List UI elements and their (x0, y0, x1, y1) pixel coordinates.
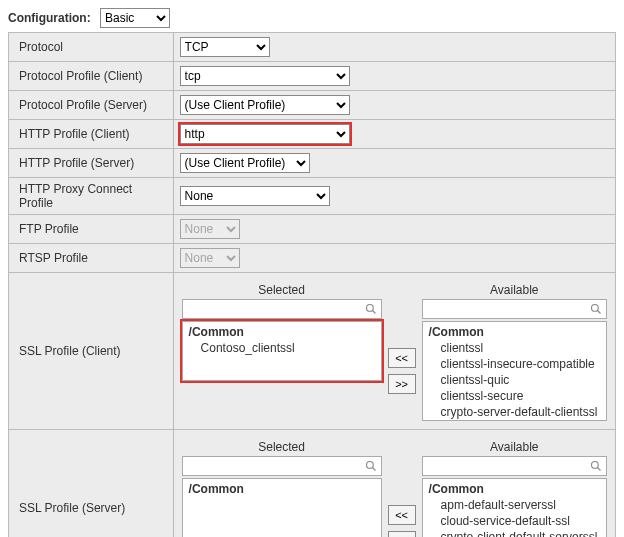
move-left-button[interactable]: << (388, 505, 416, 525)
list-group: /Common (423, 481, 606, 497)
ssl-client-available-list[interactable]: /Common clientssl clientssl-insecure-com… (422, 321, 607, 421)
svg-point-2 (592, 305, 599, 312)
protocol-profile-server-label: Protocol Profile (Server) (9, 91, 174, 120)
ssl-server-available-search[interactable] (427, 458, 590, 474)
protocol-label: Protocol (9, 33, 174, 62)
list-item[interactable]: apm-default-serverssl (423, 497, 606, 513)
list-item[interactable]: crypto-server-default-clientssl (423, 404, 606, 420)
http-profile-server-label: HTTP Profile (Server) (9, 149, 174, 178)
available-title: Available (422, 438, 607, 456)
move-right-button[interactable]: >> (388, 374, 416, 394)
ftp-profile-select: None (180, 219, 240, 239)
list-group: /Common (183, 481, 381, 497)
available-title: Available (422, 281, 607, 299)
move-left-button[interactable]: << (388, 348, 416, 368)
list-item[interactable]: clientssl-secure (423, 388, 606, 404)
rtsp-profile-select: None (180, 248, 240, 268)
http-profile-server-select[interactable]: (Use Client Profile) (180, 153, 310, 173)
search-icon (590, 460, 602, 472)
ssl-profile-server-label: SSL Profile (Server) (9, 430, 174, 538)
svg-line-1 (372, 311, 375, 314)
protocol-profile-client-label: Protocol Profile (Client) (9, 62, 174, 91)
list-item[interactable]: clientssl-insecure-compatible (423, 356, 606, 372)
svg-point-4 (366, 462, 373, 469)
ssl-client-selected-list[interactable]: /Common Contoso_clientssl (182, 321, 382, 381)
protocol-select[interactable]: TCP (180, 37, 270, 57)
protocol-profile-client-select[interactable]: tcp (180, 66, 350, 86)
svg-point-6 (592, 462, 599, 469)
selected-title: Selected (182, 438, 382, 456)
list-item[interactable]: Contoso_clientssl (183, 340, 381, 356)
selected-title: Selected (182, 281, 382, 299)
search-icon (365, 303, 377, 315)
ssl-server-selected-search[interactable] (187, 458, 365, 474)
list-group: /Common (423, 324, 606, 340)
list-group: /Common (183, 324, 381, 340)
http-profile-client-select[interactable]: http (180, 124, 350, 144)
configuration-label: Configuration: (8, 11, 91, 25)
protocol-profile-server-select[interactable]: (Use Client Profile) (180, 95, 350, 115)
svg-line-3 (598, 311, 601, 314)
list-item[interactable]: cloud-service-default-ssl (423, 513, 606, 529)
ssl-client-available-search[interactable] (427, 301, 590, 317)
list-item[interactable]: clientssl (423, 340, 606, 356)
svg-point-0 (366, 305, 373, 312)
configuration-select[interactable]: Basic (100, 8, 170, 28)
ssl-server-selected-list[interactable]: /Common (182, 478, 382, 537)
search-icon (365, 460, 377, 472)
list-item[interactable]: splitsession-default-clientssl (423, 420, 606, 421)
ssl-client-selected-search[interactable] (187, 301, 365, 317)
move-right-button[interactable]: >> (388, 531, 416, 537)
http-profile-client-label: HTTP Profile (Client) (9, 120, 174, 149)
svg-line-5 (372, 468, 375, 471)
list-item[interactable]: crypto-client-default-serverssl (423, 529, 606, 537)
rtsp-profile-label: RTSP Profile (9, 244, 174, 273)
svg-line-7 (598, 468, 601, 471)
list-item[interactable]: clientssl-quic (423, 372, 606, 388)
http-proxy-connect-label: HTTP Proxy Connect Profile (9, 178, 174, 215)
http-proxy-connect-select[interactable]: None (180, 186, 330, 206)
ssl-profile-client-label: SSL Profile (Client) (9, 273, 174, 430)
search-icon (590, 303, 602, 315)
ssl-server-available-list[interactable]: /Common apm-default-serverssl cloud-serv… (422, 478, 607, 537)
ftp-profile-label: FTP Profile (9, 215, 174, 244)
